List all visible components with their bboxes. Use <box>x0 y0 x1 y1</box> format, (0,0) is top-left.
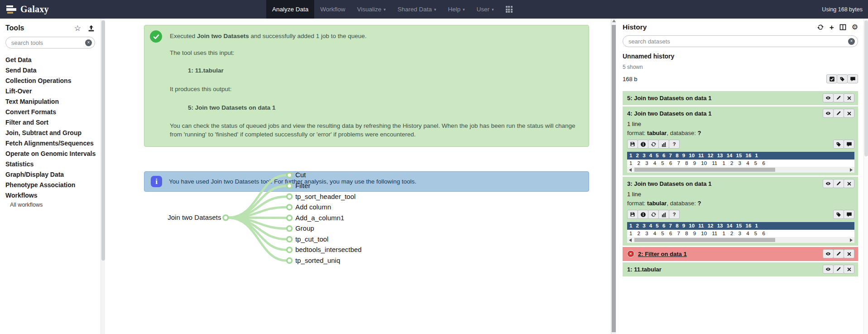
history-item-5[interactable]: 5: Join two Datasets on data 1 <box>623 91 858 105</box>
tree-leaf-tool-link[interactable]: tp_sort_header_tool <box>295 193 355 200</box>
tree-leaf-tool-link[interactable]: tp_sorted_uniq <box>295 257 340 264</box>
tool-category-graph-display-data[interactable]: Graph/Display Data <box>5 169 95 180</box>
history-item-1[interactable]: 1: 11.tabular <box>623 262 858 276</box>
tool-category-filter-and-sort[interactable]: Filter and Sort <box>5 117 95 128</box>
tree-leaf-tool-link[interactable]: Cut <box>295 171 306 179</box>
tool-category-get-data[interactable]: Get Data <box>5 55 95 65</box>
history-search-input[interactable] <box>628 38 848 45</box>
tool-category-workflows[interactable]: Workflows <box>5 190 95 201</box>
history-tags-button[interactable] <box>837 74 848 83</box>
dataset-title[interactable]: 4: Join two Datasets on data 1 <box>627 110 823 117</box>
scroll-right-arrow[interactable] <box>850 238 853 242</box>
select-items-button[interactable] <box>826 74 837 83</box>
history-panel-scrollbar[interactable] <box>863 19 868 334</box>
tree-node[interactable] <box>287 237 292 242</box>
dataset-tags-button[interactable] <box>833 210 844 219</box>
scrollbar-thumb[interactable] <box>101 20 105 261</box>
tool-search-input[interactable] <box>11 39 85 46</box>
tool-category-statistics[interactable]: Statistics <box>5 159 95 169</box>
galaxy-home-link[interactable]: Galaxy <box>0 4 55 15</box>
scrollbar-thumb[interactable] <box>612 25 616 332</box>
all-workflows-link[interactable]: All workflows <box>5 202 95 208</box>
delete-x-button[interactable] <box>844 179 854 188</box>
nav-workflow[interactable]: Workflow <box>314 0 351 19</box>
history-item-2[interactable]: ×2: Filter on data 1 <box>623 247 858 261</box>
rerun-refresh-button[interactable] <box>648 140 659 149</box>
edit-pencil-button[interactable] <box>833 93 844 102</box>
display-eye-button[interactable] <box>823 93 834 102</box>
scrollbar-thumb[interactable] <box>634 168 775 172</box>
columns-view-icon[interactable] <box>839 24 846 30</box>
tree-leaf-tool-link[interactable]: bedtools_intersectbed <box>295 246 361 253</box>
tool-category-join-subtract-group[interactable]: Join, Subtract and Group <box>5 128 95 138</box>
scroll-up-arrow[interactable] <box>612 19 616 22</box>
center-panel-scrollbar[interactable] <box>611 19 616 334</box>
tool-panel-scrollbar[interactable] <box>101 19 105 334</box>
tool-category-lift-over[interactable]: Lift-Over <box>5 86 95 97</box>
scroll-left-arrow[interactable] <box>629 238 632 242</box>
scrollbar-thumb[interactable] <box>634 238 775 242</box>
visualize-chart-button[interactable] <box>658 210 669 219</box>
tree-node[interactable] <box>287 194 292 199</box>
delete-x-button[interactable] <box>844 109 854 118</box>
scrollbar-thumb[interactable] <box>864 20 868 156</box>
search-clear-icon[interactable]: × <box>85 39 92 46</box>
tree-node[interactable] <box>287 215 292 220</box>
dataset-annotation-button[interactable] <box>844 140 854 149</box>
tree-leaf-tool-link[interactable]: Filter <box>295 182 310 189</box>
nav-shared-data[interactable]: Shared Data▾ <box>392 0 442 19</box>
tool-category-text-manipulation[interactable]: Text Manipulation <box>5 97 95 107</box>
new-history-plus-icon[interactable]: + <box>830 24 834 31</box>
scroll-left-arrow[interactable] <box>629 168 632 172</box>
rerun-refresh-button[interactable] <box>648 210 659 219</box>
save-download-button[interactable] <box>627 140 638 149</box>
history-options-gear-icon[interactable]: ⚙ <box>852 24 858 31</box>
tree-node[interactable] <box>287 258 292 263</box>
tool-category-phenotype-association[interactable]: Phenotype Association <box>5 180 95 190</box>
dataset-database[interactable]: ? <box>697 200 701 207</box>
display-eye-button[interactable] <box>823 249 834 258</box>
nav-user[interactable]: User▾ <box>471 0 500 19</box>
delete-x-button[interactable] <box>844 265 854 274</box>
edit-pencil-button[interactable] <box>833 265 844 274</box>
nav-help[interactable]: Help▾ <box>442 0 470 19</box>
info-circle-button[interactable] <box>638 140 648 149</box>
tool-category-collection-operations[interactable]: Collection Operations <box>5 76 95 86</box>
edit-pencil-button[interactable] <box>833 179 844 188</box>
tree-node[interactable] <box>287 184 292 189</box>
refresh-history-icon[interactable] <box>817 24 824 31</box>
scroll-right-arrow[interactable] <box>850 168 853 172</box>
edit-pencil-button[interactable] <box>833 109 844 118</box>
tree-node[interactable] <box>287 226 292 231</box>
nav-analyze-data[interactable]: Analyze Data <box>266 0 314 19</box>
favorites-star-icon[interactable]: ☆ <box>74 24 81 32</box>
tool-category-convert-formats[interactable]: Convert Formats <box>5 107 95 117</box>
preview-horizontal-scrollbar[interactable] <box>627 167 854 173</box>
edit-pencil-button[interactable] <box>833 249 844 258</box>
dataset-title[interactable]: 1: 11.tabular <box>627 266 823 273</box>
tool-category-send-data[interactable]: Send Data <box>5 65 95 76</box>
nav-visualize[interactable]: Visualize▾ <box>351 0 392 19</box>
history-name[interactable]: Unnamed history <box>623 53 858 60</box>
tree-leaf-tool-link[interactable]: Add column <box>295 203 331 211</box>
save-download-button[interactable] <box>627 210 638 219</box>
dataset-tags-button[interactable] <box>833 140 844 149</box>
tree-leaf-tool-link[interactable]: Group <box>295 224 314 232</box>
tool-category-genomic-intervals[interactable]: Operate on Genomic Intervals <box>5 149 95 159</box>
info-circle-button[interactable] <box>638 210 648 219</box>
tree-node[interactable] <box>287 247 292 252</box>
tree-leaf-tool-link[interactable]: tp_cut_tool <box>295 235 328 243</box>
help-question-button[interactable]: ? <box>669 140 680 149</box>
dataset-database[interactable]: ? <box>697 130 701 136</box>
tree-node[interactable] <box>287 173 292 178</box>
tree-node[interactable] <box>287 205 292 210</box>
tree-root-node[interactable] <box>223 215 228 220</box>
display-eye-button[interactable] <box>823 109 834 118</box>
preview-horizontal-scrollbar[interactable] <box>627 237 854 243</box>
display-eye-button[interactable] <box>823 179 834 188</box>
dataset-title[interactable]: ×2: Filter on data 1 <box>627 250 823 257</box>
history-item-3[interactable]: 3: Join two Datasets on data 1 1 line fo… <box>623 177 858 246</box>
visualize-chart-button[interactable] <box>658 140 669 149</box>
dataset-title[interactable]: 3: Join two Datasets on data 1 <box>627 180 823 187</box>
display-eye-button[interactable] <box>823 265 834 274</box>
